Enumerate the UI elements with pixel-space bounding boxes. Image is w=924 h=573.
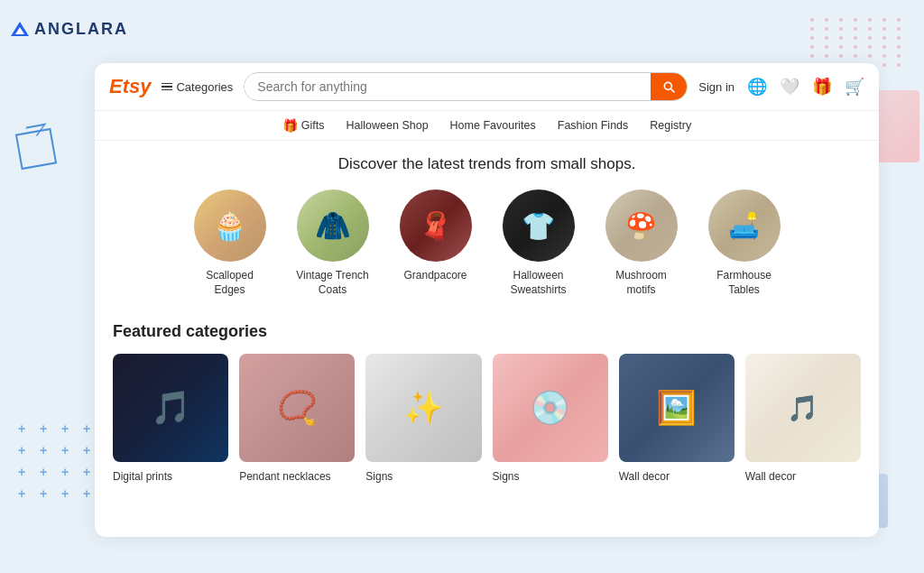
categories-menu[interactable]: Categories bbox=[162, 80, 233, 94]
app-logo: ANGLARA bbox=[11, 20, 128, 39]
gifts-nav-icon[interactable]: 🎁 bbox=[812, 77, 832, 97]
sub-navigation: 🎁 Gifts Halloween Shop Home Favourites F… bbox=[95, 111, 879, 141]
trend-image-mushroom bbox=[605, 189, 678, 262]
pink-decorative-shape bbox=[874, 90, 919, 162]
trend-label-farmhouse: Farmhouse Tables bbox=[704, 269, 785, 297]
featured-item-signs1[interactable]: ✨ Signs bbox=[365, 354, 481, 484]
sub-nav-registry-label: Registry bbox=[650, 119, 691, 132]
trend-item-mushroom[interactable]: Mushroom motifs bbox=[601, 189, 682, 297]
featured-img-signs1: ✨ bbox=[365, 354, 481, 462]
sub-nav-gifts[interactable]: 🎁 Gifts bbox=[282, 118, 325, 133]
search-icon bbox=[661, 79, 676, 94]
featured-img-digital: 🎵 bbox=[113, 354, 228, 462]
trend-label-halloween: Halloween Sweatshirts bbox=[498, 269, 579, 297]
nav-right-icons: Sign in 🌐 🤍 🎁 🛒 bbox=[698, 77, 864, 97]
signin-link[interactable]: Sign in bbox=[698, 80, 735, 94]
featured-label-wall1: Wall decor bbox=[619, 470, 670, 483]
logo-triangle-icon bbox=[11, 22, 29, 36]
featured-item-pendant[interactable]: 📿 Pendant necklaces bbox=[239, 354, 355, 484]
profile-icon[interactable]: 🌐 bbox=[747, 77, 767, 97]
featured-img-wall1: 🖼️ bbox=[619, 354, 735, 462]
featured-label-wall2: Wall decor bbox=[745, 470, 796, 483]
trends-grid: Scalloped Edges Vintage Trench Coats Gra… bbox=[113, 189, 861, 297]
featured-label-signs2: Signs bbox=[493, 470, 520, 483]
trend-item-trench[interactable]: Vintage Trench Coats bbox=[292, 189, 374, 297]
trend-label-trench: Vintage Trench Coats bbox=[292, 269, 374, 297]
main-content-card: Etsy Categories Sign in 🌐 🤍 🎁 🛒 � bbox=[95, 63, 879, 537]
sub-nav-home-label: Home Favourites bbox=[450, 119, 536, 132]
search-button[interactable] bbox=[651, 73, 687, 100]
search-bar[interactable] bbox=[244, 72, 688, 101]
app-header: ANGLARA bbox=[11, 11, 913, 47]
featured-grid: 🎵 Digital prints 📿 Pendant necklaces ✨ S… bbox=[113, 354, 861, 484]
sub-nav-halloween-label: Halloween Shop bbox=[346, 119, 429, 132]
trend-image-halloween bbox=[503, 189, 575, 262]
sub-nav-halloween[interactable]: Halloween Shop bbox=[346, 119, 429, 132]
featured-img-signs2: 💿 bbox=[493, 354, 608, 462]
featured-title: Featured categories bbox=[113, 322, 861, 341]
trends-title: Discover the latest trends from small sh… bbox=[113, 155, 861, 173]
sub-nav-fashion-label: Fashion Finds bbox=[558, 119, 629, 132]
etsy-logo[interactable]: Etsy bbox=[109, 75, 151, 98]
sub-nav-registry[interactable]: Registry bbox=[650, 119, 691, 132]
featured-item-signs2[interactable]: 💿 Signs bbox=[493, 354, 608, 484]
wishlist-icon[interactable]: 🤍 bbox=[780, 77, 799, 97]
featured-item-digital[interactable]: 🎵 Digital prints bbox=[113, 354, 228, 484]
trend-item-halloween[interactable]: Halloween Sweatshirts bbox=[498, 189, 579, 297]
featured-label-digital: Digital prints bbox=[113, 470, 172, 483]
cube-decorative-icon bbox=[15, 128, 57, 170]
trend-item-farmhouse[interactable]: Farmhouse Tables bbox=[704, 189, 785, 297]
trend-image-trench bbox=[297, 189, 369, 262]
trend-image-farmhouse bbox=[708, 189, 781, 262]
trend-item-scalloped[interactable]: Scalloped Edges bbox=[189, 189, 271, 297]
search-input[interactable] bbox=[245, 74, 651, 99]
featured-img-wall2: 🎵 bbox=[745, 354, 861, 462]
sub-nav-fashion[interactable]: Fashion Finds bbox=[558, 119, 629, 132]
sub-nav-home[interactable]: Home Favourites bbox=[450, 119, 536, 132]
hamburger-icon bbox=[162, 83, 172, 91]
trend-label-scalloped: Scalloped Edges bbox=[189, 269, 271, 297]
app-name: ANGLARA bbox=[34, 20, 128, 39]
categories-label: Categories bbox=[176, 80, 233, 94]
etsy-navbar: Etsy Categories Sign in 🌐 🤍 🎁 🛒 bbox=[95, 63, 879, 111]
trend-label-mushroom: Mushroom motifs bbox=[601, 269, 682, 297]
cart-icon[interactable]: 🛒 bbox=[845, 77, 864, 97]
trend-item-grandpa[interactable]: Grandpacore bbox=[395, 189, 476, 297]
trend-image-scalloped bbox=[194, 189, 266, 262]
featured-label-signs1: Signs bbox=[365, 470, 393, 483]
featured-label-pendant: Pendant necklaces bbox=[239, 470, 330, 483]
sub-nav-gifts-label: Gifts bbox=[301, 119, 325, 132]
trend-image-grandpa bbox=[400, 189, 472, 262]
featured-item-wall2[interactable]: 🎵 Wall decor bbox=[745, 354, 861, 484]
content-area: Discover the latest trends from small sh… bbox=[95, 141, 879, 533]
trend-label-grandpa: Grandpacore bbox=[403, 269, 467, 283]
featured-img-pendant: 📿 bbox=[239, 354, 355, 462]
featured-item-wall1[interactable]: 🖼️ Wall decor bbox=[619, 354, 735, 484]
gift-icon: 🎁 bbox=[282, 118, 298, 133]
